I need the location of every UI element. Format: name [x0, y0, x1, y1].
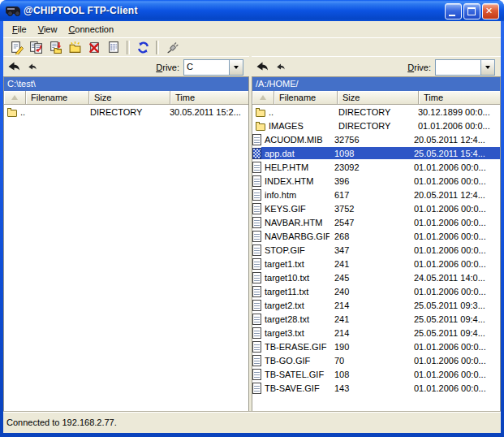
file-row[interactable]: KEYS.GIF 3752 01.01.2006 00:0... — [252, 201, 500, 215]
file-size: 23092 — [330, 161, 411, 173]
file-row[interactable]: INDEX.HTM 396 01.01.2006 00:0... — [252, 174, 500, 188]
left-undo-button[interactable] — [25, 60, 40, 74]
file-time: 25.05.2011 09:4... — [411, 327, 500, 339]
file-size: 240 — [330, 285, 411, 297]
right-undo-button[interactable] — [274, 60, 288, 74]
file-row[interactable]: info.htm 617 20.05.2011 12:4... — [252, 188, 500, 201]
left-drive-dropdown-button[interactable] — [229, 60, 243, 75]
doc-icon — [252, 162, 261, 173]
file-list-button[interactable] — [104, 40, 123, 56]
remote-path-bar[interactable]: /A:/HOME/ — [252, 77, 500, 91]
app-window: @CHIPTOOL FTP-Client ✕ File View Connect… — [0, 0, 504, 437]
file-name: STOP.GIF — [261, 244, 330, 256]
file-time: 01.01.2006 00:0... — [411, 340, 500, 353]
close-button[interactable]: ✕ — [482, 3, 499, 19]
file-row[interactable]: STOP.GIF 347 01.01.2006 00:0... — [252, 243, 500, 257]
new-folder-button[interactable] — [65, 40, 84, 56]
file-row[interactable]: target3.txt 214 25.05.2011 09:4... — [252, 326, 500, 340]
status-text: Connected to 192.168.2.77. — [6, 418, 117, 427]
file-name: .. — [17, 106, 85, 118]
right-drive-dropdown-button[interactable] — [480, 60, 494, 75]
right-drive-combobox[interactable] — [435, 59, 495, 76]
file-size: 32756 — [330, 133, 411, 145]
file-row[interactable]: target2.txt 214 25.05.2011 09:3... — [252, 298, 500, 312]
remote-size-column-header[interactable]: Size — [338, 91, 419, 105]
back-bold-arrow-icon — [256, 61, 269, 73]
file-row[interactable]: target28.txt 241 25.05.2011 09:4... — [252, 312, 500, 326]
file-size: DIRECTORY — [334, 106, 415, 118]
doc-icon — [252, 314, 261, 325]
remote-filename-column-header[interactable]: Filename — [274, 91, 338, 105]
remote-sort-column-header[interactable] — [252, 91, 274, 105]
folder-icon — [7, 110, 17, 117]
remote-column-header: Filename Size Time — [252, 91, 500, 105]
copy-button[interactable] — [26, 40, 45, 56]
back-bold-arrow-icon — [7, 61, 20, 73]
file-name: target3.txt — [261, 327, 330, 339]
minimize-button[interactable] — [445, 3, 462, 19]
file-time: 01.01.2006 00:0... — [411, 230, 500, 242]
file-row[interactable]: TB-SATEL.GIF 108 01.01.2006 00:0... — [252, 367, 500, 381]
back-arrow-icon — [275, 62, 286, 72]
title-bar[interactable]: @CHIPTOOL FTP-Client ✕ — [0, 0, 504, 21]
remote-time-column-header[interactable]: Time — [419, 91, 500, 105]
left-drive-value: C — [184, 60, 229, 75]
file-row[interactable]: TB-SAVE.GIF 143 01.01.2006 00:0... — [252, 381, 500, 395]
file-time: 25.05.2011 09:4... — [411, 313, 500, 325]
local-path-bar[interactable]: C:\test\ — [4, 77, 248, 91]
file-size: 241 — [330, 257, 411, 270]
file-row[interactable]: NAVBAR.HTM 2547 01.01.2006 00:0... — [252, 215, 500, 229]
main-toolbar — [3, 37, 501, 57]
file-row[interactable]: .. DIRECTORY 30.05.2011 15:2... — [4, 105, 248, 119]
maximize-button[interactable] — [463, 3, 480, 19]
menu-view[interactable]: View — [32, 23, 63, 36]
doc-icon — [252, 134, 261, 145]
doc-icon — [252, 383, 261, 394]
file-row[interactable]: IMAGES DIRECTORY 01.01.2006 00:0... — [252, 119, 500, 132]
file-row[interactable]: target1.txt 241 01.01.2006 00:0... — [252, 257, 500, 270]
client-area: File View Connection — [3, 21, 501, 433]
doc-icon — [252, 258, 261, 270]
folder-icon — [256, 110, 265, 117]
file-row[interactable]: NAVBARBG.GIF 268 01.01.2006 00:0... — [252, 229, 500, 243]
maximize-icon — [467, 7, 476, 15]
menu-file[interactable]: File — [6, 23, 32, 36]
file-row[interactable]: target11.txt 240 01.01.2006 00:0... — [252, 284, 500, 298]
menu-bar: File View Connection — [3, 21, 501, 37]
right-back-button[interactable] — [255, 60, 269, 74]
file-name: TB-SAVE.GIF — [261, 382, 330, 394]
file-row[interactable]: target10.txt 245 24.05.2011 14:0... — [252, 270, 500, 284]
file-name: .. — [265, 106, 334, 118]
file-row[interactable]: app.dat 1098 25.05.2011 15:4... — [252, 146, 500, 160]
file-time: 25.05.2011 09:3... — [411, 299, 500, 311]
file-row[interactable]: ACUODM.MIB 32756 20.05.2011 12:4... — [252, 132, 500, 146]
file-row[interactable]: HELP.HTM 23092 01.01.2006 00:0... — [252, 160, 500, 174]
local-sort-column-header[interactable] — [4, 91, 26, 105]
file-size: 143 — [330, 382, 411, 394]
file-row[interactable]: .. DIRECTORY 30.12.1899 00:0... — [252, 105, 500, 119]
connect-button[interactable] — [162, 40, 182, 56]
connect-icon — [166, 41, 179, 54]
file-name: info.htm — [261, 188, 330, 201]
local-filename-column-header[interactable]: Filename — [26, 91, 89, 105]
local-size-column-header[interactable]: Size — [89, 91, 170, 105]
file-name: target2.txt — [261, 299, 330, 311]
file-size: 70 — [330, 354, 411, 366]
edit-file-button[interactable] — [6, 40, 26, 56]
sort-ascending-icon — [260, 95, 266, 100]
local-time-column-header[interactable]: Time — [170, 91, 248, 105]
download-file-button[interactable] — [45, 40, 65, 56]
doc-icon — [252, 272, 261, 283]
refresh-button[interactable] — [133, 40, 153, 56]
file-row[interactable]: TB-GO.GIF 70 01.01.2006 00:0... — [252, 353, 500, 367]
left-back-button[interactable] — [6, 60, 21, 74]
menu-connection[interactable]: Connection — [62, 23, 119, 36]
minimize-icon — [449, 15, 455, 16]
file-name: app.dat — [261, 147, 330, 159]
file-name: NAVBARBG.GIF — [261, 230, 330, 242]
right-drive-value — [436, 60, 480, 75]
doc-icon — [252, 217, 261, 228]
left-drive-combobox[interactable]: C — [183, 59, 243, 76]
file-row[interactable]: TB-ERASE.GIF 190 01.01.2006 00:0... — [252, 340, 500, 353]
delete-file-button[interactable] — [84, 40, 104, 56]
